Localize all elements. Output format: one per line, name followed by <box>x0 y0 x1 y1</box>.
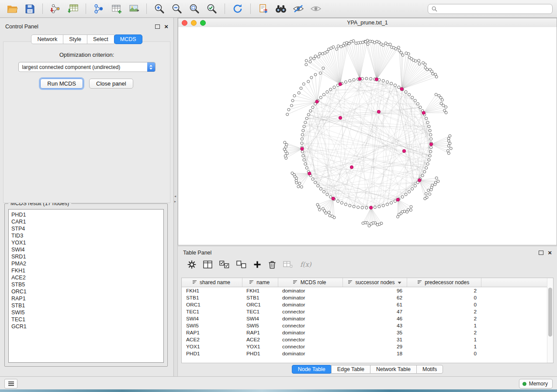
select-all-rows-button[interactable] <box>219 261 229 268</box>
tab-node-table[interactable]: Node Table <box>292 365 332 374</box>
table-row[interactable]: SWI4SWI4dominator462 <box>182 315 547 322</box>
tab-network-table[interactable]: Network Table <box>370 365 417 374</box>
tab-style[interactable]: Style <box>63 34 87 44</box>
show-columns-button[interactable] <box>203 261 212 268</box>
collapse-right-icon[interactable]: ▸ <box>174 199 176 203</box>
tab-motifs[interactable]: Motifs <box>416 365 443 374</box>
tab-network[interactable]: Network <box>31 34 63 44</box>
tab-mcds[interactable]: MCDS <box>114 34 142 44</box>
new-table-button[interactable] <box>108 2 124 16</box>
hide-selection-button[interactable] <box>291 2 306 16</box>
tab-edge-table[interactable]: Edge Table <box>331 365 370 374</box>
clone-network-button[interactable] <box>256 2 271 16</box>
toolbar-separator <box>42 3 43 14</box>
node-table[interactable]: shared name name MCDS role successor nod… <box>181 278 554 363</box>
column-label: predecessor nodes <box>425 279 469 285</box>
float-panel-icon[interactable] <box>155 24 160 29</box>
delete-table-button-disabled <box>283 261 293 268</box>
table-cell: 1 <box>407 322 481 329</box>
close-panel-icon[interactable]: × <box>164 24 168 29</box>
mcds-result-item[interactable]: TEC1 <box>11 316 163 323</box>
mcds-result-list[interactable]: PHD1CAR1STP4TID3YOX1SWI4SRD1PMA2FKH1ACE2… <box>8 209 164 363</box>
delete-column-button[interactable] <box>268 260 276 269</box>
mcds-result-item[interactable]: SWI4 <box>11 246 163 253</box>
mcds-result-item[interactable]: STB1 <box>11 302 163 309</box>
control-panel: Control Panel × Network Style Select MCD… <box>0 18 174 376</box>
zoom-fit-button[interactable] <box>187 2 202 16</box>
table-row[interactable]: TEC1TEC1connector472 <box>182 308 547 315</box>
mcds-result-item[interactable]: ACE2 <box>11 274 163 281</box>
export-image-button[interactable] <box>126 2 142 16</box>
table-row[interactable]: ORC1ORC1dominator610 <box>182 301 547 308</box>
mcds-result-item[interactable]: FKH1 <box>11 267 163 274</box>
binoculars-icon <box>275 4 287 14</box>
table-row[interactable]: ACE2ACE2connector311 <box>182 336 547 343</box>
search-input[interactable] <box>440 5 549 12</box>
mcds-result-item[interactable]: PHD1 <box>11 211 163 218</box>
zoom-in-button[interactable] <box>152 2 167 16</box>
column-header-successor-nodes[interactable]: successor nodes <box>343 278 407 287</box>
mcds-result-item[interactable]: SRD1 <box>11 253 163 260</box>
column-header-mcds-role[interactable]: MCDS role <box>278 278 343 287</box>
control-panel-tabs: Network Style Select MCDS <box>0 34 173 44</box>
search-network-button[interactable] <box>273 2 289 16</box>
close-table-panel-icon[interactable]: × <box>548 251 552 255</box>
memory-button[interactable]: Memory <box>519 379 553 389</box>
show-panels-button[interactable] <box>4 379 17 389</box>
sort-chevron-icon <box>398 282 401 284</box>
table-scrollbar-thumb[interactable] <box>548 288 552 337</box>
deselect-all-rows-button[interactable] <box>236 261 246 268</box>
import-table-icon <box>67 3 79 14</box>
close-panel-button[interactable]: Close panel <box>89 79 133 89</box>
column-header-filler <box>481 278 547 287</box>
column-label: successor nodes <box>355 279 394 285</box>
zoom-selected-button[interactable] <box>204 2 220 16</box>
import-table-button[interactable] <box>65 2 81 16</box>
table-cell: 2 <box>407 315 481 322</box>
import-network-button[interactable] <box>48 2 63 16</box>
table-row[interactable]: STB1STB1dominator620 <box>182 294 547 301</box>
table-row[interactable]: SWI5SWI5connector431 <box>182 322 547 329</box>
mcds-result-item[interactable]: STB5 <box>11 281 163 288</box>
table-settings-button[interactable] <box>187 260 196 269</box>
toolbar-separator <box>146 3 147 14</box>
tab-select[interactable]: Select <box>87 34 114 44</box>
pane-divider-vertical[interactable]: ◂ ▸ <box>174 18 178 376</box>
add-column-button[interactable] <box>253 261 261 268</box>
mcds-result-item[interactable]: TID3 <box>11 232 163 239</box>
mcds-result-item[interactable]: SWI5 <box>11 309 163 316</box>
collapse-left-icon[interactable]: ◂ <box>174 194 176 198</box>
mcds-result-item[interactable]: CAR1 <box>11 218 163 225</box>
column-header-predecessor-nodes[interactable]: predecessor nodes <box>407 278 481 287</box>
function-builder-button[interactable]: f(x) <box>300 261 311 268</box>
save-session-button[interactable] <box>22 2 38 16</box>
zoom-out-button[interactable] <box>169 2 185 16</box>
table-cell <box>481 322 547 329</box>
open-session-button[interactable] <box>4 2 20 16</box>
mcds-result-item[interactable]: RAP1 <box>11 295 163 302</box>
mcds-result-item[interactable]: ORC1 <box>11 288 163 295</box>
table-row[interactable]: YOX1YOX1connector291 <box>182 343 547 350</box>
mcds-result-item[interactable]: GCR1 <box>11 323 163 330</box>
search-box[interactable] <box>428 4 553 14</box>
network-canvas[interactable] <box>178 27 557 245</box>
table-scrollbar[interactable] <box>547 278 553 363</box>
show-all-button[interactable] <box>308 2 324 16</box>
mcds-result-item[interactable]: YOX1 <box>11 239 163 246</box>
table-cell: 1 <box>407 336 481 343</box>
mcds-result-item[interactable]: PMA2 <box>11 260 163 267</box>
criterion-select[interactable]: largest connected component (undirected) <box>18 62 156 72</box>
network-window-titlebar[interactable]: YPA_prune.txt_1 <box>178 18 557 28</box>
refresh-layout-button[interactable] <box>230 2 246 16</box>
float-table-panel-icon[interactable] <box>539 251 543 255</box>
table-row[interactable]: PHD1PHD1dominator180 <box>182 350 547 357</box>
run-mcds-button[interactable]: Run MCDS <box>40 79 83 89</box>
search-icon <box>432 6 437 12</box>
new-network-button[interactable] <box>91 2 107 16</box>
mcds-result-item[interactable]: STP4 <box>11 225 163 232</box>
column-header-name[interactable]: name <box>242 278 278 287</box>
column-header-shared-name[interactable]: shared name <box>182 278 242 287</box>
table-row[interactable]: RAP1RAP1dominator352 <box>182 329 547 336</box>
table-panel-tabs: Node Table Edge Table Network Table Moti… <box>178 365 557 374</box>
table-row[interactable]: FKH1FKH1dominator962 <box>182 287 547 295</box>
